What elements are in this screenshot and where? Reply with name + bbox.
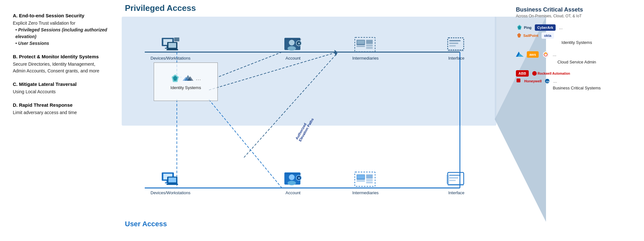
svg-marker-75 [517, 33, 521, 37]
logo-abb: ABB [516, 70, 529, 77]
section-c-title: C. Mitigate Lateral Traversal [13, 81, 109, 87]
interface-user-icon [445, 170, 468, 189]
svg-point-24 [288, 46, 296, 51]
account-user-icon: ★ [282, 170, 304, 189]
node-account-priv-label: Account [286, 56, 301, 61]
identity-layers-icon [183, 74, 193, 83]
svg-text:★: ★ [298, 176, 301, 180]
node-devices-workstations-user: Devices/Workstations [151, 170, 191, 195]
node-dw-user-label: Devices/Workstations [151, 190, 191, 195]
svg-rect-32 [366, 40, 373, 44]
svg-rect-60 [357, 175, 364, 179]
section-b-title: B. Protect & Monitor Identity Systems [13, 54, 109, 59]
bca-title: Business Critical Assets [516, 6, 638, 13]
node-intermediaries-priv: Intermediaries [352, 35, 379, 61]
section-a-title: A. End-to-end Session Security [13, 13, 109, 18]
svg-rect-33 [366, 45, 373, 46]
node-intermediaries-user: Intermediaries [352, 170, 379, 195]
svg-text:★: ★ [298, 42, 301, 45]
node-intermediaries-user-label: Intermediaries [352, 190, 379, 195]
bca-subtitle: Across On-Premises, Cloud, OT, & IoT [516, 14, 638, 18]
account-priv-icon: ★ [282, 35, 304, 54]
node-dw-priv-label: Devices/Workstations [151, 56, 191, 61]
svg-rect-82 [517, 79, 520, 82]
interface-priv-icon [445, 35, 468, 54]
section-b-body: Secure Directories, Identity Management,… [13, 61, 109, 74]
bca-identity-logos: Ping CyberArk ... [516, 24, 638, 31]
diagram-title: Privileged Access [125, 3, 196, 13]
bca-cloud-logos: aws ... [516, 51, 638, 58]
svg-rect-21 [174, 37, 179, 41]
svg-rect-25 [285, 39, 301, 40]
svg-rect-31 [357, 46, 365, 47]
svg-rect-39 [448, 50, 464, 51]
intermediaries-priv-icon [354, 35, 377, 54]
bca-cloud-label: Cloud Service Admin [516, 60, 638, 64]
svg-rect-62 [366, 174, 373, 179]
logo-ping: Ping [516, 24, 532, 31]
bca-cloud-admin: aws ... Cloud Service Admin [516, 51, 638, 64]
logo-sailpoint: SailPoint [516, 32, 538, 39]
user-access-label: User Access [125, 220, 167, 228]
svg-rect-37 [449, 43, 458, 44]
svg-rect-68 [449, 180, 456, 181]
logo-rockwell: Rockwell Automation [532, 71, 570, 76]
svg-rect-20 [167, 49, 178, 50]
left-panel: A. End-to-end Session Security Explicit … [0, 0, 118, 241]
bullet-user-sessions: User Sessions [15, 40, 109, 47]
svg-rect-66 [449, 175, 461, 176]
identity-dots: ... [196, 76, 201, 81]
node-account-user-label: Account [286, 190, 301, 195]
logo-dots-critical: ... [553, 79, 557, 84]
svg-rect-64 [366, 181, 373, 183]
svg-rect-19 [168, 43, 176, 48]
devices-workstations-user-icon [159, 170, 182, 189]
svg-rect-63 [366, 179, 373, 181]
svg-rect-38 [449, 45, 456, 46]
logo-aws: aws [527, 51, 539, 58]
svg-rect-70 [446, 175, 449, 184]
section-a: A. End-to-end Session Security Explicit … [13, 13, 109, 47]
logo-dots-identity: ... [559, 25, 563, 30]
svg-rect-55 [285, 173, 301, 174]
svg-point-23 [289, 40, 295, 46]
node-interface-user: Interface [445, 170, 468, 195]
section-a-bullets: Privileged Sessions (including authorize… [13, 27, 109, 47]
svg-rect-34 [366, 47, 373, 49]
section-d: D. Rapid Threat Response Limit adversary… [13, 102, 109, 116]
identity-icons: ... [170, 74, 201, 83]
bca-critical-logos1: ABB Rockwell Automation [516, 70, 638, 77]
logo-honeywell-badge [516, 78, 521, 84]
logo-gcp [542, 51, 550, 58]
svg-rect-30 [357, 40, 364, 44]
node-intermediaries-priv-label: Intermediaries [352, 56, 379, 61]
svg-point-53 [289, 174, 295, 180]
section-d-title: D. Rapid Threat Response [13, 102, 109, 108]
main-diagram: Privileged Access [118, 0, 509, 241]
bca-identity-systems: Ping CyberArk ... SailPoint okta Identit… [516, 24, 638, 45]
node-account-priv: ★ Account [282, 35, 304, 61]
svg-rect-50 [168, 178, 176, 182]
logo-ge: GE [545, 79, 550, 84]
section-c: C. Mitigate Lateral Traversal Using Loca… [13, 81, 109, 95]
bca-critical-systems: ABB Rockwell Automation Honeywell GE ...… [516, 70, 638, 90]
svg-rect-36 [449, 40, 461, 41]
node-account-user: ★ Account [282, 170, 304, 195]
bca-identity-logos2: SailPoint okta [516, 32, 638, 39]
logo-honeywell-text: Honeywell [524, 79, 542, 83]
right-panel: Business Critical Assets Across On-Premi… [509, 0, 644, 241]
node-interface-priv-label: Interface [448, 56, 465, 61]
svg-rect-51 [167, 184, 178, 185]
logo-okta: okta [542, 32, 554, 39]
svg-text:GE: GE [546, 80, 550, 83]
section-c-body: Using Local Accounts [13, 88, 109, 95]
svg-point-54 [288, 181, 296, 185]
bullet-privileged-sessions: Privileged Sessions (including authorize… [15, 27, 109, 40]
section-b: B. Protect & Monitor Identity Systems Se… [13, 54, 109, 74]
bca-critical-label: Business Critical Systems [516, 86, 638, 90]
identity-systems-box: ... Identity Systems [154, 62, 218, 101]
node-interface-priv: Interface [445, 35, 468, 61]
identity-diamond-icon [170, 74, 180, 83]
section-d-body: Limit adversary access and time [13, 109, 109, 116]
svg-rect-69 [448, 185, 464, 186]
